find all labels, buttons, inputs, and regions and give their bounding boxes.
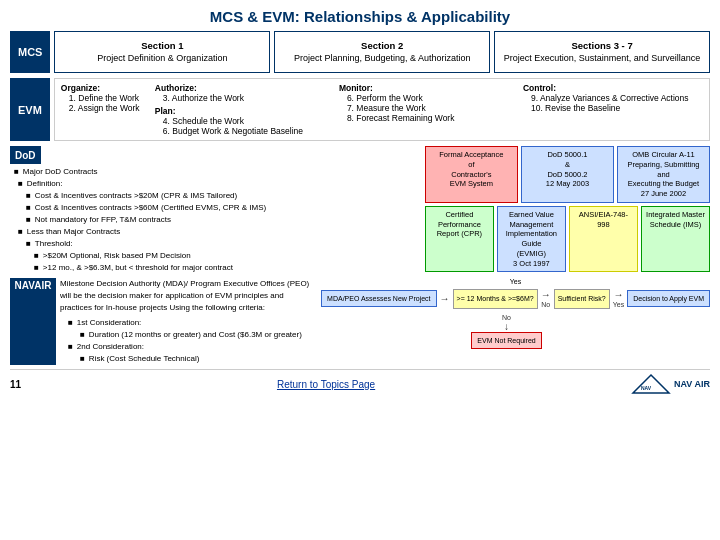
mcs-row: MCS Section 1 Project Definition & Organ… bbox=[10, 31, 710, 73]
evm-control-item1: 9. Analyze Variances & Corrective Action… bbox=[531, 93, 703, 103]
flow-row1: MDA/PEO Assesses New Project → >= 12 Mon… bbox=[321, 289, 710, 309]
flow-branch1: → No bbox=[541, 289, 551, 308]
not-required-box: EVM Not Required bbox=[471, 332, 541, 349]
evm-plan-item2: 6. Budget Work & Negotiate Baseline bbox=[163, 126, 335, 136]
navair-label: NAVAIR bbox=[10, 278, 56, 365]
evm-monitor-item1: 6. Perform the Work bbox=[347, 93, 519, 103]
dod-left: DoD ■Major DoD Contracts ■Definition: ■C… bbox=[10, 146, 421, 274]
evm-monitor-item3: 8. Forecast Remaining Work bbox=[347, 113, 519, 123]
mcs-section1: Section 1 Project Definition & Organizat… bbox=[54, 31, 270, 73]
navair-consideration2-item1: ■Risk (Cost Schedule Technical) bbox=[80, 353, 317, 365]
navair-logo: NAV NAV AIR bbox=[631, 373, 710, 395]
dod-major-title: ■Major DoD Contracts bbox=[14, 166, 421, 178]
no2-branch: No ↓ EVM Not Required bbox=[471, 314, 541, 349]
dod-label-row: DoD bbox=[10, 146, 421, 164]
evm-monitor-item2: 7. Measure the Work bbox=[347, 103, 519, 113]
evm-monitor-title: Monitor: bbox=[339, 83, 519, 93]
dod-evmig-box: Earned Value Management Implementation G… bbox=[497, 206, 566, 273]
evm-authorize-item1: 3. Authorize the Work bbox=[163, 93, 335, 103]
evm-label: EVM bbox=[10, 78, 50, 141]
navair-logo-text: NAV AIR bbox=[674, 379, 710, 389]
yes-label-top: Yes bbox=[510, 278, 521, 285]
evm-control-title: Control: bbox=[523, 83, 703, 93]
dod-ims-box: Integrated Master Schedule (IMS) bbox=[641, 206, 710, 273]
navair-consideration1-item1: ■Duration (12 months or greater) and Cos… bbox=[80, 329, 317, 341]
dod-threshold-label: ■Threshold: bbox=[26, 238, 421, 250]
dod-5000-box: DoD 5000.1 & DoD 5000.2 12 May 2003 bbox=[521, 146, 614, 203]
dod-section: DoD ■Major DoD Contracts ■Definition: ■C… bbox=[10, 146, 710, 274]
arrow1: → bbox=[440, 293, 450, 304]
evm-auth-plan: Authorize: 3. Authorize the Work Plan: 4… bbox=[155, 83, 335, 136]
dod-less-item1: ■>$20M Optional, Risk based PM Decision bbox=[34, 250, 421, 262]
evm-monitor: Monitor: 6. Perform the Work 7. Measure … bbox=[339, 83, 519, 136]
evm-organize-item2: 2. Assign the Work bbox=[69, 103, 151, 113]
navair-consideration1-label: ■1st Consideration: bbox=[68, 317, 317, 329]
svg-text:NAV: NAV bbox=[641, 385, 652, 391]
dod-major-item1: ■Cost & Incentives contracts >$20M (CPR … bbox=[26, 190, 421, 202]
yes2-label: Yes bbox=[613, 301, 624, 308]
navair-label-wrapper: NAVAIR bbox=[10, 278, 56, 365]
mcs-section3-subtitle: Project Execution, Sustainment, and Surv… bbox=[504, 52, 701, 65]
dod-cpr-box: Certified Performance Report (CPR) bbox=[425, 206, 494, 273]
mda-peo-box: MDA/PEO Assesses New Project bbox=[321, 290, 436, 307]
diamond1-box: >= 12 Months & >=$6M? bbox=[453, 289, 538, 309]
dod-less-title: ■Less than Major Contracts bbox=[18, 226, 421, 238]
evm-plan-title: Plan: bbox=[155, 106, 335, 116]
evm-organize: Organize: 1. Define the Work 2. Assign t… bbox=[61, 83, 151, 136]
mcs-section2-subtitle: Project Planning, Budgeting, & Authoriza… bbox=[294, 52, 471, 65]
navair-logo-icon: NAV bbox=[631, 373, 671, 395]
flow-branch2: → Yes bbox=[613, 289, 624, 308]
dod-label: DoD bbox=[10, 146, 41, 164]
mcs-section2: Section 2 Project Planning, Budgeting, &… bbox=[274, 31, 490, 73]
navair-consideration2-label: ■2nd Consideration: bbox=[68, 341, 317, 353]
diamond2-box: Sufficient Risk? bbox=[554, 289, 610, 309]
evm-content: Organize: 1. Define the Work 2. Assign t… bbox=[54, 78, 710, 141]
page-title: MCS & EVM: Relationships & Applicability bbox=[10, 8, 710, 25]
navair-section: NAVAIR Milestone Decision Authority (MDA… bbox=[10, 278, 710, 365]
evm-organize-item1: 1. Define the Work bbox=[69, 93, 151, 103]
dod-right-bottom: Certified Performance Report (CPR) Earne… bbox=[425, 206, 710, 273]
dod-less-item2: ■>12 mo., & >$6.3M, but < threshold for … bbox=[34, 262, 421, 274]
dod-major-item2: ■Cost & Incentives contracts >$60M (Cert… bbox=[26, 202, 421, 214]
evm-control: Control: 9. Analyze Variances & Correcti… bbox=[523, 83, 703, 136]
arrow4: ↓ bbox=[504, 321, 509, 332]
mcs-section3: Sections 3 - 7 Project Execution, Sustai… bbox=[494, 31, 710, 73]
dod-major-item3: ■Not mandatory for FFP, T&M contracts bbox=[26, 214, 421, 226]
mcs-section1-subtitle: Project Definition & Organization bbox=[97, 52, 227, 65]
evm-authorize-title: Authorize: bbox=[155, 83, 335, 93]
page-number: 11 bbox=[10, 379, 21, 390]
evm-organize-title: Organize: bbox=[61, 83, 151, 93]
return-link[interactable]: Return to Topics Page bbox=[277, 379, 375, 390]
mcs-section3-title: Sections 3 - 7 bbox=[571, 39, 632, 52]
no2-row: No ↓ EVM Not Required bbox=[471, 314, 541, 349]
navair-left: Milestone Decision Authority (MDA)/ Prog… bbox=[60, 278, 317, 365]
dod-omb-box: OMB Circular A-11 Preparing, Submitting … bbox=[617, 146, 710, 203]
footer: 11 Return to Topics Page NAV NAV AIR bbox=[10, 369, 710, 395]
evm-control-item2: 10. Revise the Baseline bbox=[531, 103, 703, 113]
decision-box: Decision to Apply EVM bbox=[627, 290, 710, 307]
dod-ansi-box: ANSI/EIA-748- 998 bbox=[569, 206, 638, 273]
navair-intro: Milestone Decision Authority (MDA)/ Prog… bbox=[60, 278, 317, 314]
evm-row: EVM Organize: 1. Define the Work 2. Assi… bbox=[10, 78, 710, 141]
dod-right: Formal Acceptance of Contractor's EVM Sy… bbox=[425, 146, 710, 274]
mcs-label: MCS bbox=[10, 31, 50, 73]
no1-label: No bbox=[541, 301, 550, 308]
mcs-section1-title: Section 1 bbox=[141, 39, 183, 52]
mcs-section2-title: Section 2 bbox=[361, 39, 403, 52]
arrow2: → bbox=[541, 289, 551, 300]
dod-formal-box: Formal Acceptance of Contractor's EVM Sy… bbox=[425, 146, 518, 203]
navair-flow: Yes MDA/PEO Assesses New Project → >= 12… bbox=[321, 278, 710, 365]
dod-definition-label: ■Definition: bbox=[18, 178, 421, 190]
arrow3: → bbox=[613, 289, 623, 300]
no2-label: No bbox=[502, 314, 511, 321]
evm-plan-item1: 4. Schedule the Work bbox=[163, 116, 335, 126]
page: MCS & EVM: Relationships & Applicability… bbox=[0, 0, 720, 540]
dod-right-top: Formal Acceptance of Contractor's EVM Sy… bbox=[425, 146, 710, 203]
